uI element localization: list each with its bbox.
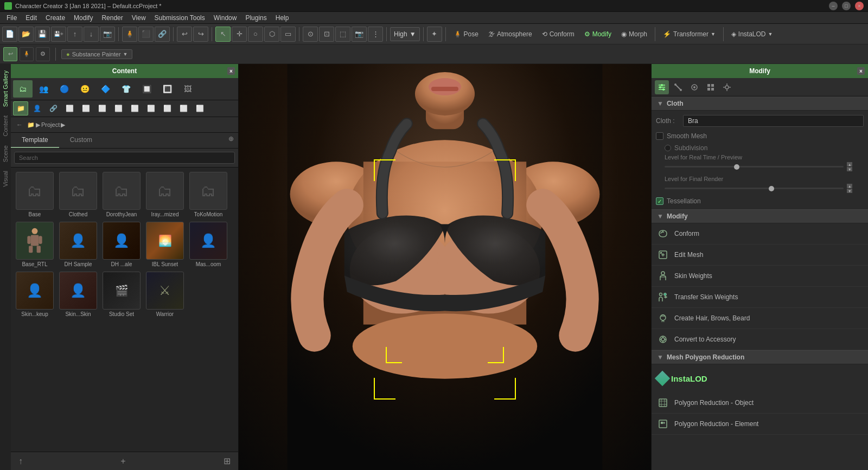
view3-button[interactable]: ⬚ <box>335 27 350 42</box>
menu-window[interactable]: Window <box>209 13 241 23</box>
finalrender-slider[interactable] <box>665 188 844 189</box>
tab-settings-button[interactable]: ⊕ <box>224 133 238 148</box>
content-icon-prop[interactable]: 🔲 <box>137 80 156 98</box>
list-item[interactable]: 👤 DH Sample <box>59 222 98 267</box>
content-close-button[interactable]: × <box>227 67 235 75</box>
list-item[interactable]: 👤 Skin...keup <box>15 272 54 317</box>
tessellation-checkbox[interactable] <box>656 197 663 205</box>
modify-tab-sliders[interactable] <box>655 80 669 94</box>
content-view-folder[interactable]: 📁 <box>13 101 28 115</box>
content-view-link[interactable]: 🔗 <box>46 101 61 115</box>
list-item[interactable]: 🗂 ToKoMotion <box>189 172 228 217</box>
list-item[interactable]: 🗂 Iray...mized <box>145 172 184 217</box>
list-item[interactable]: 🗂 Clothed <box>59 172 98 217</box>
content-view-2[interactable]: ⬜ <box>62 101 77 115</box>
nav-back-button[interactable]: ← <box>14 119 25 130</box>
list-item[interactable]: 🎬 Studio Set <box>102 272 141 317</box>
visual-tab[interactable]: Visual <box>0 166 11 191</box>
grid-button[interactable]: ⋮ <box>368 27 383 42</box>
import-button[interactable]: ↓ <box>84 27 99 42</box>
add-prop-button[interactable]: ⬛ <box>138 27 154 42</box>
transformer-button[interactable]: ⚡ Transformer ▼ <box>659 29 720 40</box>
redo-button[interactable]: ↪ <box>193 27 208 42</box>
content-icon-motion[interactable]: 🔳 <box>157 80 177 98</box>
finalrender-spin-up[interactable]: ▲ <box>847 184 852 188</box>
move-tool-button[interactable]: ✛ <box>232 27 247 42</box>
modify-tab-bones[interactable] <box>671 80 685 94</box>
list-item[interactable]: 🌅 IBL Sunset <box>145 222 184 267</box>
open-button[interactable]: 📂 <box>18 27 34 42</box>
pose-button[interactable]: 🧍 Pose <box>449 29 483 40</box>
content-view-8[interactable]: ⬜ <box>159 101 175 115</box>
nav-project-label[interactable]: Project <box>41 121 60 128</box>
cloth-section-header[interactable]: ▼ Cloth <box>652 96 868 111</box>
mesh-polygon-section-header[interactable]: ▼ Mesh Polygon Reduction <box>652 350 868 364</box>
list-item[interactable]: 👤 Mas...oom <box>189 222 228 267</box>
list-item[interactable]: 🗂 Base <box>15 172 54 217</box>
conform-toolbar-button[interactable]: ⟲ Conform <box>538 29 579 40</box>
rect-select-button[interactable]: ▭ <box>280 27 296 42</box>
modify-close-button[interactable]: × <box>857 67 865 75</box>
modify-section-header[interactable]: ▼ Modify <box>652 209 868 223</box>
content-view-5[interactable]: ⬜ <box>111 101 126 115</box>
list-item[interactable]: 👤 DH ...ale <box>102 222 141 267</box>
menu-plugins[interactable]: Plugins <box>241 13 271 23</box>
smart-gallery-tab[interactable]: Smart Gallery <box>0 66 11 111</box>
subdivision-radio[interactable] <box>665 145 671 151</box>
select-tool-button[interactable]: ↖ <box>215 27 231 42</box>
export-button[interactable]: ↑ <box>67 27 82 42</box>
content-icon-cloth[interactable]: 👕 <box>116 80 136 98</box>
content-view-6[interactable]: ⬜ <box>127 101 142 115</box>
transfer-skin-weights-button[interactable]: Transfer Skin Weights <box>652 287 868 308</box>
content-icon-body[interactable]: 🔷 <box>95 80 115 98</box>
skin-weights-button[interactable]: Skin Weights <box>652 266 868 287</box>
list-item[interactable]: 👤 Skin...Skin <box>59 272 98 317</box>
realtime-spin-up[interactable]: ▲ <box>847 162 852 166</box>
content-view-9[interactable]: ⬜ <box>176 101 191 115</box>
atmosphere-button[interactable]: 🌫 Atmosphere <box>484 29 537 40</box>
add-character-button[interactable]: 🧍 <box>122 27 137 42</box>
menu-help[interactable]: Help <box>271 13 293 23</box>
maximize-button[interactable]: □ <box>842 2 851 10</box>
add-row-button[interactable]: ⊞ <box>220 455 234 467</box>
modify-toolbar-button[interactable]: ⚙ Modify <box>580 29 616 40</box>
realtime-spin-down[interactable]: ▼ <box>847 167 852 171</box>
content-icon-folder[interactable]: 🗂 <box>13 80 33 98</box>
modify-tab-settings[interactable] <box>720 80 734 94</box>
edit-mesh-button[interactable]: Edit Mesh <box>652 244 868 266</box>
attach-button[interactable]: 🔗 <box>155 27 170 42</box>
content-view-10[interactable]: ⬜ <box>192 101 207 115</box>
modify-tab-morph[interactable] <box>687 80 701 94</box>
instalod-button[interactable]: ◈ InstaLOD ▼ <box>727 29 777 40</box>
modify-tab-texture[interactable] <box>704 80 718 94</box>
settings-sub-button[interactable]: ⚙ <box>36 47 50 61</box>
create-hair-brows-beard-button[interactable]: Create Hair, Brows, Beard <box>652 308 868 329</box>
menu-edit[interactable]: Edit <box>21 13 41 23</box>
menu-submission-tools[interactable]: Submission Tools <box>150 13 209 23</box>
new-file-button[interactable]: 📄 <box>2 27 17 42</box>
search-input[interactable] <box>14 152 235 164</box>
list-item[interactable]: Base_RTL <box>15 222 54 267</box>
undo-button[interactable]: ↩ <box>177 27 192 42</box>
conform-button[interactable]: Conform <box>652 223 868 244</box>
center-button[interactable]: ⊙ <box>303 27 318 42</box>
content-tab[interactable]: Content <box>0 111 11 141</box>
list-item[interactable]: 🗂 DorothyJean <box>102 172 141 217</box>
viewport[interactable] <box>239 64 651 470</box>
custom-tab[interactable]: Custom <box>59 133 103 148</box>
template-tab[interactable]: Template <box>11 133 59 148</box>
polygon-reduction-object-button[interactable]: Polygon Reduction - Object <box>652 392 868 414</box>
polygon-reduction-element-button[interactable]: Polygon Reduction - Element <box>652 414 868 435</box>
finalrender-spin-down[interactable]: ▼ <box>847 189 852 193</box>
menu-modify[interactable]: Modify <box>69 13 97 23</box>
add-content-button[interactable]: + <box>117 455 129 467</box>
content-view-4[interactable]: ⬜ <box>94 101 110 115</box>
content-view-people[interactable]: 👤 <box>29 101 44 115</box>
save-as-button[interactable]: 💾+ <box>51 27 66 42</box>
menu-render[interactable]: Render <box>97 13 127 23</box>
content-icon-characters[interactable]: 👥 <box>34 80 53 98</box>
convert-to-accessory-button[interactable]: Convert to Accessory <box>652 329 868 350</box>
content-view-7[interactable]: ⬜ <box>143 101 158 115</box>
content-icon-face[interactable]: 😐 <box>75 80 94 98</box>
history-back-button[interactable]: ↩ <box>3 47 17 61</box>
